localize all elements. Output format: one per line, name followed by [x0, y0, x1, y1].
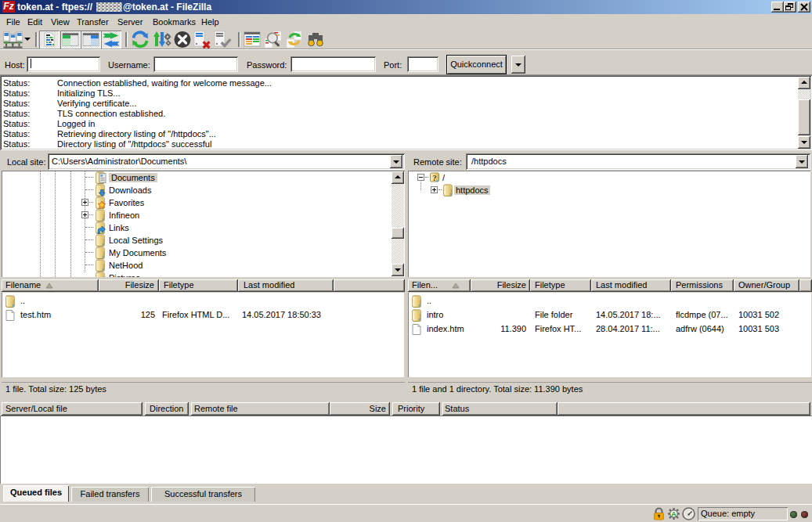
svg-text:A: A [671, 509, 677, 518]
